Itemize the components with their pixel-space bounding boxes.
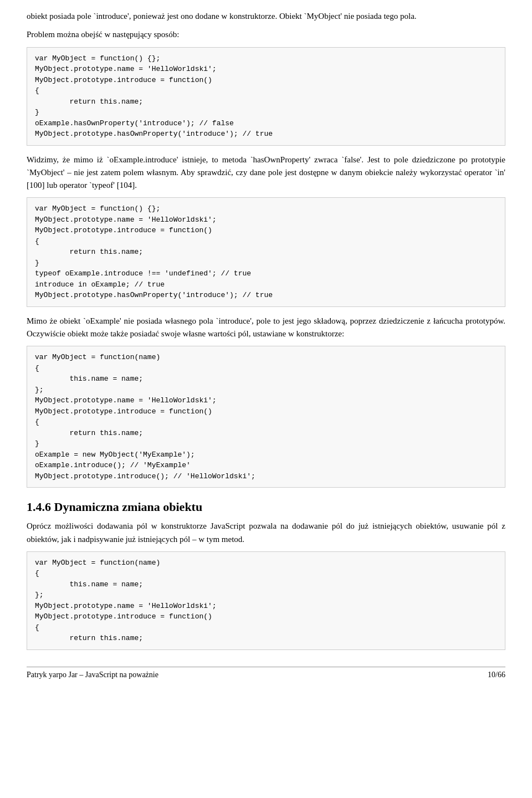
code-block-1: var MyObject = function() {}; MyObject.p… [27, 47, 505, 146]
footer-left: Patryk yarpo Jar – JavaScript na poważni… [27, 671, 158, 679]
footer-right: 10/66 [488, 671, 505, 679]
text-mimo: Mimo że obiekt `oExample' nie posiada wł… [27, 315, 505, 341]
intro-text-1: obiekt posiada pole `introduce', poniewa… [27, 10, 505, 23]
text-oprocz: Oprócz możliwości dodawania pól w konstr… [27, 520, 505, 546]
text-widzimy: Widzimy, że mimo iż `oExample.introduce'… [27, 154, 505, 192]
section-title: 1.4.6 Dynamiczna zmiana obiektu [27, 500, 505, 514]
code-block-2: var MyObject = function() {}; MyObject.p… [27, 197, 505, 307]
intro-text-2: Problem można obejść w następujący sposó… [27, 28, 505, 41]
code-block-3: var MyObject = function(name) { this.nam… [27, 346, 505, 488]
code-block-4: var MyObject = function(name) { this.nam… [27, 551, 505, 650]
